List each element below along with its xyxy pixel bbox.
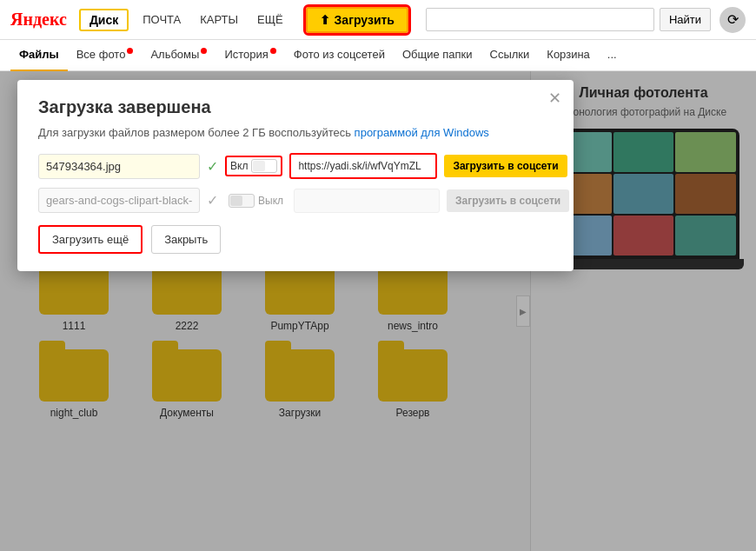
file2-toggle-inner <box>230 196 242 206</box>
file2-toggle-off-label: Выкл <box>258 195 283 207</box>
file2-name-input[interactable] <box>38 188 200 213</box>
close-dialog-icon-button[interactable]: ✕ <box>548 90 561 106</box>
dot-badge <box>201 48 207 54</box>
main-content: 1111 2222 PumpYTApp news_intro night_clu… <box>0 71 756 551</box>
file1-name-input[interactable] <box>38 154 200 179</box>
file1-toggle-area: Вкл <box>225 156 282 176</box>
dot-badge <box>127 48 133 54</box>
nav-files[interactable]: Файлы <box>10 40 68 71</box>
upload-complete-dialog: ✕ Загрузка завершена Для загрузки файлов… <box>17 80 574 271</box>
yandex-logo: Яндекс <box>10 10 67 30</box>
file1-toggle-on-label: Вкл <box>230 160 248 172</box>
file1-toggle-inner <box>253 161 265 171</box>
file1-link-input[interactable] <box>289 153 437 179</box>
nav-pochta[interactable]: ПОЧТА <box>143 13 181 26</box>
nav-history[interactable]: История <box>216 40 284 71</box>
nav-links[interactable]: Ссылки <box>481 40 539 71</box>
upload-more-button[interactable]: Загрузить ещё <box>38 225 143 254</box>
file2-toggle-area: Выкл <box>225 192 287 209</box>
dialog-footer: Загрузить ещё Закрыть <box>38 225 553 254</box>
file2-checkmark-icon[interactable]: ✓ <box>207 192 218 209</box>
upload-icon: ⬆ <box>320 13 330 27</box>
sub-nav: Файлы Все фото Альбомы История Фото из с… <box>0 40 756 71</box>
nav-trash[interactable]: Корзина <box>538 40 599 71</box>
header: Яндекс Диск ПОЧТА КАРТЫ ЕЩЁ ⬆ Загрузить … <box>0 0 756 40</box>
search-button[interactable]: Найти <box>660 8 711 31</box>
search-input[interactable] <box>426 8 654 31</box>
file1-checkmark-icon[interactable]: ✓ <box>207 158 218 175</box>
search-box: Найти <box>426 8 711 31</box>
dialog-title: Загрузка завершена <box>38 97 553 117</box>
disk-button[interactable]: Диск <box>79 9 129 31</box>
dot-badge <box>270 48 276 54</box>
file1-toggle-switch[interactable] <box>251 159 277 173</box>
profile-icon[interactable]: ⟳ <box>720 7 746 33</box>
nav-karty[interactable]: КАРТЫ <box>200 13 238 26</box>
nav-albums[interactable]: Альбомы <box>142 40 216 71</box>
file1-social-upload-button[interactable]: Загрузить в соцсети <box>444 155 567 177</box>
upload-button[interactable]: ⬆ Загрузить <box>306 7 408 33</box>
file2-social-upload-button[interactable]: Загрузить в соцсети <box>447 189 569 212</box>
close-dialog-button[interactable]: Закрыть <box>151 225 221 254</box>
nav-eshe[interactable]: ЕЩЁ <box>257 13 283 26</box>
dialog-info: Для загрузки файлов размером более 2 ГБ … <box>38 126 553 139</box>
file2-link-input[interactable] <box>294 189 440 213</box>
file2-toggle-switch[interactable] <box>229 194 255 208</box>
nav-more[interactable]: ... <box>599 40 626 71</box>
windows-app-link[interactable]: программой для Windows <box>355 126 489 139</box>
file-row-1: ✓ Вкл Загрузить в соцсети <box>38 153 553 179</box>
nav-shared-folders[interactable]: Общие папки <box>394 40 481 71</box>
nav-all-photos[interactable]: Все фото <box>68 40 143 71</box>
dialog-overlay: ✕ Загрузка завершена Для загрузки файлов… <box>0 71 756 551</box>
nav-social-photos[interactable]: Фото из соцсетей <box>285 40 394 71</box>
file-row-2: ✓ Выкл Загрузить в соцсети <box>38 188 553 213</box>
